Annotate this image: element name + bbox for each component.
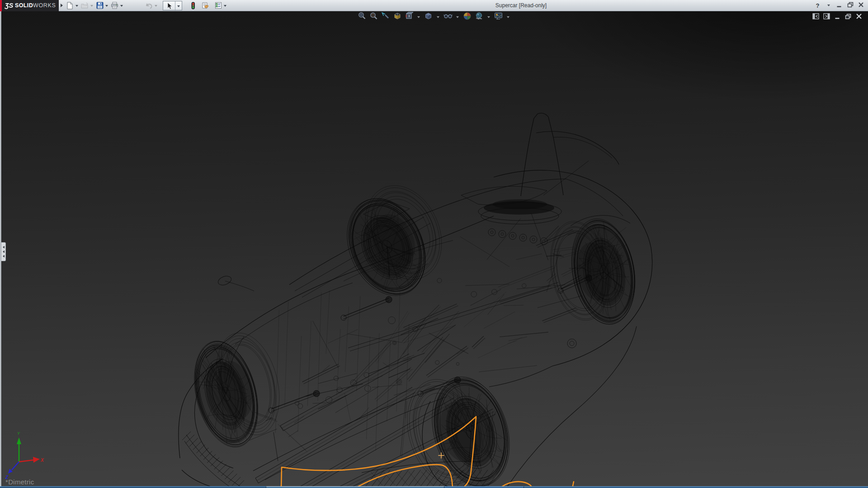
rebuild-light-icon: [190, 2, 196, 9]
restore-button[interactable]: [847, 1, 854, 9]
brand-works: WORKS: [33, 2, 56, 9]
document-title: Supercar [Read-only]: [228, 2, 814, 9]
previous-view-button[interactable]: [381, 13, 390, 21]
restore-icon: [847, 1, 854, 9]
view-orientation-button[interactable]: [405, 13, 413, 21]
dropdown-arrow-icon: [90, 5, 93, 8]
select-dropdown[interactable]: [175, 1, 182, 11]
view-orientation-label: *Dimetric: [5, 478, 34, 486]
dropdown-arrow-icon: [177, 5, 180, 9]
section-view-button[interactable]: [393, 13, 401, 21]
new-document-button[interactable]: [66, 1, 74, 10]
save-dropdown[interactable]: [104, 1, 109, 10]
chevron-down-icon: [827, 3, 830, 8]
dropdown-arrow-icon: [120, 5, 123, 8]
right-arrow-icon: [61, 4, 65, 7]
dropdown-arrow-icon: [487, 16, 490, 19]
dropdown-arrow-icon: [456, 16, 459, 19]
print-button[interactable]: [110, 1, 119, 10]
select-tool-box: [163, 1, 182, 10]
left-arrow-icon: [1, 246, 5, 249]
left-arrow-icon: [1, 250, 5, 253]
view-orientation-dropdown[interactable]: [416, 13, 421, 21]
hide-show-items-dropdown[interactable]: [455, 13, 460, 21]
view-settings-dropdown[interactable]: [506, 13, 510, 21]
dropdown-arrow-icon: [507, 16, 509, 19]
close-icon: [858, 1, 864, 9]
display-style-dropdown[interactable]: [436, 13, 440, 21]
print-dropdown[interactable]: [119, 1, 124, 10]
undo-icon: [145, 2, 153, 9]
previous-view-icon: [381, 12, 390, 22]
taskbar-segment[interactable]: [444, 486, 524, 488]
edit-appearance-button[interactable]: [463, 13, 472, 21]
zoom-area-icon: [369, 12, 378, 22]
document-pane-previous-button[interactable]: [812, 14, 819, 21]
select-arrow-icon: [166, 2, 173, 10]
taskbar[interactable]: [0, 486, 868, 488]
document-close-button[interactable]: [855, 14, 863, 21]
save-button[interactable]: [95, 1, 104, 10]
view-settings-icon: [494, 12, 503, 22]
undo-dropdown[interactable]: [153, 1, 159, 10]
options-button[interactable]: [214, 1, 222, 10]
apply-scene-icon: [475, 12, 483, 22]
graphics-viewport[interactable]: YXZ *Dimetric: [0, 11, 868, 486]
file-properties-icon: [202, 2, 209, 9]
apply-scene-button[interactable]: [475, 13, 483, 21]
featuremanager-collapsed-tab[interactable]: [1, 242, 6, 261]
zoom-to-fit-button[interactable]: [358, 13, 366, 21]
help-dropdown[interactable]: [825, 1, 832, 9]
undo-button[interactable]: [145, 1, 153, 10]
main-toolbar: [65, 0, 228, 11]
view-orientation-icon: [405, 12, 413, 22]
menu-expand-arrow[interactable]: [59, 0, 65, 11]
headsup-view-toolbar: [358, 13, 510, 21]
open-document-button[interactable]: [80, 1, 89, 10]
taskbar-segment[interactable]: [266, 486, 444, 488]
taskbar-segment[interactable]: [524, 486, 868, 488]
zoom-to-area-button[interactable]: [369, 13, 378, 21]
document-window-controls: [812, 14, 863, 21]
open-folder-icon: [81, 2, 89, 9]
hide-show-items-button[interactable]: [443, 13, 452, 21]
graphics-area[interactable]: YXZ: [0, 11, 868, 486]
help-button[interactable]: ?: [814, 1, 821, 9]
close-button[interactable]: [858, 1, 864, 9]
print-icon: [111, 2, 118, 9]
window-controls: ?: [814, 1, 864, 9]
dropdown-arrow-icon: [417, 16, 420, 19]
document-pane-next-button[interactable]: [823, 14, 830, 21]
document-minimize-button[interactable]: [834, 14, 841, 21]
restore-icon: [845, 13, 851, 21]
dropdown-arrow-icon: [224, 5, 226, 8]
help-icon: ?: [816, 2, 820, 9]
taskbar-segment[interactable]: [0, 486, 266, 488]
new-document-dropdown[interactable]: [74, 1, 80, 10]
select-button[interactable]: [163, 1, 175, 11]
zoom-fit-icon: [358, 12, 366, 22]
dropdown-arrow-icon: [437, 16, 439, 19]
file-properties-button[interactable]: [201, 1, 210, 10]
dropdown-arrow-icon: [75, 5, 78, 8]
close-icon: [856, 13, 862, 21]
svg-text:X: X: [40, 458, 44, 463]
hide-show-icon: [443, 12, 453, 22]
edit-appearance-icon: [463, 12, 472, 22]
options-dropdown[interactable]: [222, 1, 228, 10]
svg-text:Y: Y: [17, 431, 20, 436]
apply-scene-dropdown[interactable]: [486, 13, 491, 21]
minimize-icon: [835, 13, 840, 21]
minimize-button[interactable]: [836, 1, 843, 9]
document-restore-button[interactable]: [844, 14, 852, 21]
open-document-dropdown[interactable]: [89, 1, 94, 10]
selected-sketch[interactable]: [281, 417, 574, 486]
new-document-icon: [66, 2, 73, 9]
display-style-button[interactable]: [424, 13, 433, 21]
section-view-icon: [393, 12, 401, 22]
titlebar: ƷS SOLID WORKS Supercar [Read-only] ?: [0, 0, 868, 11]
dropdown-arrow-icon: [105, 5, 108, 8]
rebuild-button[interactable]: [189, 1, 197, 10]
wireframe-car-model[interactable]: [179, 113, 652, 486]
view-settings-button[interactable]: [494, 13, 503, 21]
